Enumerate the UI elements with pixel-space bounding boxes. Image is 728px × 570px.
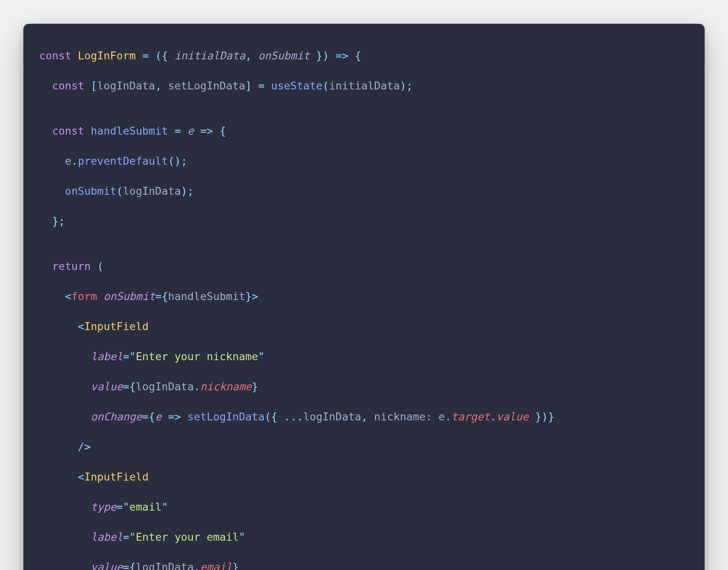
- code-line: onSubmit(logInData);: [39, 184, 689, 199]
- code-line: value={logInData.nickname}: [39, 379, 689, 394]
- code-block[interactable]: const LogInForm = ({ initialData, onSubm…: [39, 48, 689, 570]
- code-line: label="Enter your nickname": [39, 349, 689, 364]
- code-line: />: [39, 439, 689, 454]
- code-line: onChange={e => setLogInData({ ...logInDa…: [39, 409, 689, 424]
- code-line: };: [39, 214, 689, 229]
- code-line: value={logInData.email}: [39, 560, 689, 570]
- code-line: <InputField: [39, 319, 689, 334]
- code-line: return (: [39, 259, 689, 274]
- code-line: const LogInForm = ({ initialData, onSubm…: [39, 48, 689, 63]
- page-background: const LogInForm = ({ initialData, onSubm…: [0, 0, 728, 570]
- code-line: <form onSubmit={handleSubmit}>: [39, 289, 689, 304]
- code-line: e.preventDefault();: [39, 154, 689, 169]
- code-line: label="Enter your email": [39, 530, 689, 545]
- code-line: const [logInData, setLogInData] = useSta…: [39, 78, 689, 93]
- code-line: type="email": [39, 500, 689, 515]
- code-line: const handleSubmit = e => {: [39, 124, 689, 139]
- code-line: <InputField: [39, 469, 689, 484]
- code-card: const LogInForm = ({ initialData, onSubm…: [23, 24, 705, 570]
